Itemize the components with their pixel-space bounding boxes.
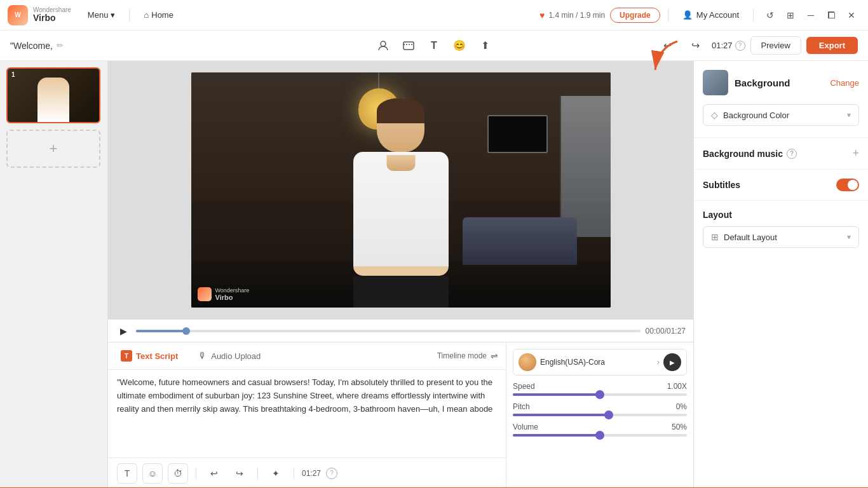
mic-icon: 🎙 <box>198 351 207 361</box>
slide-1[interactable]: 1 <box>6 67 100 123</box>
pitch-label: Pitch <box>513 402 530 411</box>
watermark-icon <box>198 287 212 301</box>
bottom-panel: T Text Script 🎙 Audio Upload Timeline mo… <box>108 342 693 488</box>
grid-button[interactable]: ⊞ <box>782 6 799 24</box>
voice-arrow-icon: › <box>657 358 660 367</box>
upgrade-button[interactable]: Upgrade <box>610 8 660 23</box>
preview-button[interactable]: Preview <box>750 36 801 55</box>
svg-rect-1 <box>403 42 414 50</box>
play-voice-button[interactable]: ▶ <box>663 353 681 371</box>
edit-title-icon[interactable]: ✏ <box>57 41 64 50</box>
emoji-button[interactable]: ☺ <box>142 463 163 484</box>
add-music-button[interactable]: + <box>852 147 859 160</box>
history-button[interactable]: ↺ <box>761 6 779 24</box>
layout-title: Layout <box>703 210 859 220</box>
progress-thumb <box>182 327 190 335</box>
redo-text-button[interactable]: ↪ <box>229 463 250 484</box>
play-button[interactable]: ▶ <box>116 323 131 339</box>
voice-panel: English(USA)-Cora › ▶ Speed 1.00X <box>506 342 693 488</box>
subtitles-section: Subtitles <box>694 170 868 201</box>
dropdown-arrow-icon: ▾ <box>847 111 851 119</box>
export-button[interactable]: Export <box>806 37 858 54</box>
slide-number: 1 <box>11 71 15 78</box>
bottom-time: 01:27 <box>302 469 321 478</box>
volume-fill <box>513 434 600 437</box>
background-header: Background Change <box>703 70 859 95</box>
progress-track[interactable] <box>136 330 641 332</box>
music-help-icon[interactable]: ? <box>787 149 797 159</box>
toggle-thumb <box>848 180 858 190</box>
credit-icon: ♥ <box>539 10 545 20</box>
background-thumbnail <box>703 70 728 95</box>
person <box>331 98 471 308</box>
tab-audio-upload[interactable]: 🎙 Audio Upload <box>193 348 266 363</box>
credit-info: ♥ 1.4 min / 1.9 min <box>539 10 605 20</box>
voice-selector[interactable]: English(USA)-Cora › ▶ <box>513 349 687 376</box>
speed-slider[interactable] <box>513 393 687 396</box>
logo-text: Wondershare Virbo <box>33 6 71 23</box>
change-background-button[interactable]: Change <box>830 78 859 88</box>
pitch-thumb <box>604 410 613 419</box>
text-tool-button[interactable]: T <box>423 34 445 57</box>
volume-label-row: Volume 50% <box>513 423 687 431</box>
subtitles-title: Subtitles <box>703 180 836 190</box>
text-script-area[interactable]: "Welcome, future homeowners and casual b… <box>108 370 506 458</box>
pitch-slider[interactable] <box>513 414 687 416</box>
minimize-button[interactable]: ─ <box>802 6 820 24</box>
background-color-dropdown[interactable]: ◇ Background Color ▾ <box>703 104 859 126</box>
speed-thumb <box>595 390 604 399</box>
background-section: Background Change ◇ Background Color ▾ <box>694 61 868 138</box>
voice-name: English(USA)-Cora <box>540 358 653 367</box>
watermark: Wondershare Virbo <box>198 287 250 301</box>
background-tool-button[interactable] <box>397 34 420 57</box>
music-title: Background music ? <box>703 149 852 159</box>
upload-tool-button[interactable]: ⬆ <box>473 34 496 57</box>
menu-button[interactable]: Menu ▾ <box>81 8 122 22</box>
project-title: "Welcome, ✏ <box>10 41 64 51</box>
timer-button[interactable]: ⏱ <box>168 463 188 484</box>
bottom-toolbar: T ☺ ⏱ ↩ ↪ ✦ 01:27 ? <box>108 458 506 488</box>
tab-text-script[interactable]: T Text Script <box>116 348 183 364</box>
sticker-tool-button[interactable]: 😊 <box>448 34 471 57</box>
bottom-help-button[interactable]: ? <box>326 468 337 479</box>
home-icon: ⌂ <box>144 10 149 20</box>
add-slide-button[interactable]: + <box>6 130 100 168</box>
text-script-icon: T <box>121 350 132 362</box>
account-button[interactable]: 👤 My Account <box>676 8 745 22</box>
voice-avatar <box>519 353 536 371</box>
close-button[interactable]: ✕ <box>843 6 860 24</box>
window-area <box>560 96 611 237</box>
maximize-button[interactable]: ⧠ <box>822 6 840 24</box>
video-container: Wondershare Virbo <box>108 61 693 319</box>
layout-section: Layout ⊞ Default Layout ▾ <box>694 201 868 259</box>
undo-button[interactable]: ↩ <box>656 34 679 57</box>
magic-button[interactable]: ✦ <box>266 463 286 484</box>
volume-slider-row: Volume 50% <box>513 423 687 437</box>
background-color-label: Background Color <box>723 111 847 120</box>
tabs-row: T Text Script 🎙 Audio Upload Timeline mo… <box>108 342 506 370</box>
window-controls: ↺ ⊞ ─ ⧠ ✕ <box>761 6 860 24</box>
brand-bottom: Virbo <box>33 13 71 23</box>
divider <box>257 467 258 480</box>
pitch-value: 0% <box>676 402 687 411</box>
redo-button[interactable]: ↪ <box>684 34 707 57</box>
toolbar-right: ↩ ↪ 01:27 ? Preview Export <box>656 34 858 57</box>
subtitles-toggle[interactable] <box>836 179 859 191</box>
timeline-mode-button[interactable]: Timeline mode ⇌ <box>437 351 498 361</box>
home-button[interactable]: ⌂ Home <box>137 8 180 22</box>
pitch-label-row: Pitch 0% <box>513 402 687 411</box>
music-section: Background music ? + <box>694 138 868 170</box>
speed-label: Speed <box>513 382 535 391</box>
center-column: Wondershare Virbo ▶ 00:00/01:27 <box>108 61 693 488</box>
layout-dropdown[interactable]: ⊞ Default Layout ▾ <box>703 226 859 248</box>
watermark-brand: Wondershare <box>215 287 250 294</box>
progress-fill <box>136 330 186 332</box>
text-format-button[interactable]: T <box>117 463 137 484</box>
divider <box>129 9 130 22</box>
volume-slider[interactable] <box>513 434 687 437</box>
text-script-content: "Welcome, future homeowners and casual b… <box>117 376 497 416</box>
undo-text-button[interactable]: ↩ <box>204 463 224 484</box>
pitch-slider-row: Pitch 0% <box>513 402 687 416</box>
slides-panel: 1 + <box>0 61 108 488</box>
avatar-tool-button[interactable] <box>372 34 395 57</box>
